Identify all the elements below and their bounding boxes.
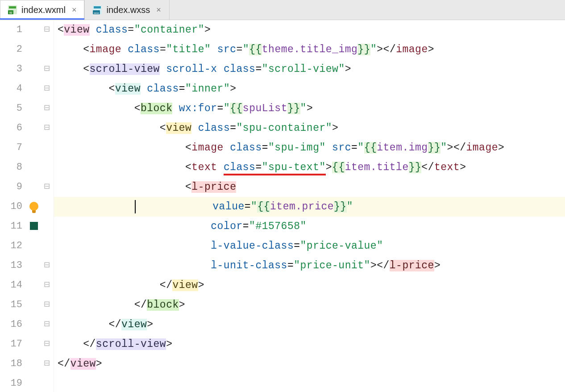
line-number: 7 xyxy=(0,138,22,158)
line-number: 10 xyxy=(0,197,22,217)
line-number: 4 xyxy=(0,79,22,99)
code-line[interactable]: <image class="title" src="{{theme.title_… xyxy=(54,40,565,59)
fold-icon[interactable]: ⊟ xyxy=(40,59,54,79)
tab-label: index.wxss xyxy=(106,5,150,15)
gutter: 1 2 3 4 5 6 7 8 9 10 11 12 13 14 15 16 1… xyxy=(0,20,54,392)
code-line[interactable]: <image class="spu-img" src="{{item.img}}… xyxy=(54,138,565,158)
code-line[interactable]: <view class="container"> xyxy=(54,20,565,40)
line-number: 6 xyxy=(0,118,22,138)
line-number: 15 xyxy=(0,295,22,315)
code-area[interactable]: <view class="container"> <image class="t… xyxy=(54,20,565,392)
line-number: 9 xyxy=(0,177,22,197)
code-line[interactable] xyxy=(54,374,565,392)
tab-index-wxml[interactable]: W index.wxml × xyxy=(0,0,85,20)
line-number: 5 xyxy=(0,99,22,118)
line-number: 2 xyxy=(0,40,22,59)
line-number: 14 xyxy=(0,275,22,295)
text-caret xyxy=(135,200,136,213)
tab-index-wxss[interactable]: wxss index.wxss × xyxy=(85,0,169,20)
line-number: 8 xyxy=(0,158,22,177)
fold-icon[interactable]: ⊟ xyxy=(40,256,54,275)
code-line[interactable]: <text class="spu-text">{{item.title}}</t… xyxy=(54,158,565,177)
code-line[interactable]: l-value-class="price-value" xyxy=(54,236,565,256)
fold-icon[interactable]: ⊟ xyxy=(40,177,54,197)
line-number-column: 1 2 3 4 5 6 7 8 9 10 11 12 13 14 15 16 1… xyxy=(0,20,28,392)
svg-text:W: W xyxy=(9,11,12,14)
line-number: 12 xyxy=(0,236,22,256)
code-line[interactable]: <block wx:for="{{spuList}}"> xyxy=(54,99,565,118)
file-wxml-icon: W xyxy=(8,5,17,14)
tab-bar: W index.wxml × wxss index.wxss × xyxy=(0,0,565,20)
svg-text:wxss: wxss xyxy=(93,12,99,14)
line-number: 17 xyxy=(0,334,22,354)
fold-icon[interactable]: ⊟ xyxy=(40,354,54,374)
code-line[interactable]: value="{{item.price}}" xyxy=(54,197,565,217)
lightbulb-icon[interactable] xyxy=(29,202,38,211)
fold-icon[interactable]: ⊟ xyxy=(40,118,54,138)
tab-label: index.wxml xyxy=(21,5,66,15)
code-line[interactable]: </scroll-view> xyxy=(54,334,565,354)
svg-rect-5 xyxy=(94,6,101,8)
fold-icon[interactable]: ⊟ xyxy=(40,275,54,295)
code-line[interactable]: <view class="spu-container"> xyxy=(54,118,565,138)
close-icon[interactable]: × xyxy=(156,5,161,15)
line-number: 3 xyxy=(0,59,22,79)
code-line[interactable]: </block> xyxy=(54,295,565,315)
code-line[interactable]: <scroll-view scroll-x class="scroll-view… xyxy=(54,59,565,79)
line-number: 13 xyxy=(0,256,22,275)
fold-icon[interactable]: ⊟ xyxy=(40,334,54,354)
line-number: 18 xyxy=(0,354,22,374)
code-line[interactable]: l-unit-class="price-unit"></l-price> xyxy=(54,256,565,275)
file-wxss-icon: wxss xyxy=(93,5,102,14)
bookmark-icon[interactable] xyxy=(30,222,38,230)
line-number: 1 xyxy=(0,20,22,40)
fold-icon[interactable]: ⊟ xyxy=(40,295,54,315)
close-icon[interactable]: × xyxy=(72,5,77,15)
line-number: 19 xyxy=(0,374,22,392)
marker-column xyxy=(28,20,40,392)
fold-icon[interactable]: ⊟ xyxy=(40,20,54,40)
fold-column: ⊟ ⊟ ⊟ ⊟ ⊟ ⊟ ⊟ ⊟ ⊟ ⊟ ⊟ ⊟ xyxy=(40,20,54,392)
line-number: 11 xyxy=(0,217,22,236)
code-line[interactable]: </view> xyxy=(54,275,565,295)
fold-icon[interactable]: ⊟ xyxy=(40,99,54,118)
code-line[interactable]: </view> xyxy=(54,354,565,374)
code-line[interactable]: color="#157658" xyxy=(54,217,565,236)
fold-icon[interactable]: ⊟ xyxy=(40,315,54,334)
svg-rect-1 xyxy=(9,6,16,8)
code-line[interactable]: </view> xyxy=(54,315,565,334)
line-number: 16 xyxy=(0,315,22,334)
code-line[interactable]: <view class="inner"> xyxy=(54,79,565,99)
editor: 1 2 3 4 5 6 7 8 9 10 11 12 13 14 15 16 1… xyxy=(0,20,565,392)
code-line[interactable]: <l-price xyxy=(54,177,565,197)
fold-icon[interactable]: ⊟ xyxy=(40,79,54,99)
